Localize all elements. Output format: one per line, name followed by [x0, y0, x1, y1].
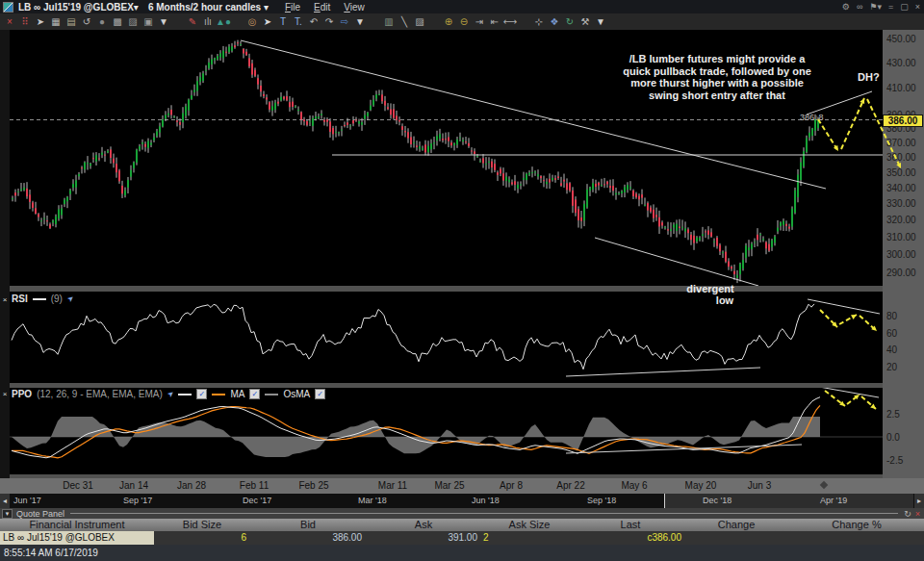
close-chart-icon[interactable]: ×: [2, 14, 17, 29]
candle-up: [552, 178, 553, 180]
quote-column-header[interactable]: Ask Size: [481, 519, 578, 531]
draw-pencil-icon[interactable]: ✎: [185, 14, 200, 29]
ma-checkbox[interactable]: ✓: [249, 389, 260, 399]
shapes-icon[interactable]: ▲●: [216, 14, 231, 29]
osma-checkbox[interactable]: ✓: [315, 389, 325, 399]
text-tool-icon[interactable]: T: [275, 14, 291, 29]
shift-right-icon[interactable]: ⇥: [472, 14, 487, 29]
quote-instrument[interactable]: LB ∞ Jul15'19 @GLOBEX: [0, 531, 154, 545]
link-icon[interactable]: ∞: [857, 2, 862, 12]
pointer-tool-icon[interactable]: ➤: [33, 14, 48, 29]
price-axis[interactable]: 450.00430.00410.00390.00380.00370.00360.…: [883, 30, 924, 478]
expand-icon[interactable]: ⟷: [502, 14, 518, 29]
ppo-collapse-icon[interactable]: ➤: [166, 389, 176, 399]
channel-tool-icon[interactable]: ▨: [412, 14, 427, 29]
minimize-icon[interactable]: =: [888, 2, 893, 12]
quote-column-header[interactable]: Financial Instrument: [0, 519, 154, 531]
quote-row[interactable]: LB ∞ Jul15'19 @GLOBEX 6 386.00 391.00 2 …: [0, 531, 924, 545]
date-axis[interactable]: Dec 31Jan 14Jan 28Feb 11Feb 25Mar 11Mar …: [0, 478, 924, 494]
low-label[interactable]: low: [662, 294, 787, 307]
candle-up: [12, 198, 13, 199]
tiles-icon[interactable]: ▣: [141, 14, 156, 29]
undo-icon[interactable]: ↶: [306, 14, 321, 29]
tools-icon[interactable]: ⚒: [578, 14, 593, 29]
window-controls: ⚙∞⚑▾=▢×: [842, 2, 924, 12]
candle-up: [40, 220, 42, 221]
date-label: Apr 22: [556, 480, 584, 491]
close-icon[interactable]: ×: [915, 2, 920, 12]
fib-tool-icon[interactable]: ▥: [381, 14, 397, 29]
quote-panel-collapse-icon[interactable]: ▼: [2, 509, 13, 519]
restore-icon[interactable]: ▢: [900, 2, 909, 12]
palette-icon[interactable]: ❖: [547, 14, 562, 29]
refresh-icon[interactable]: ↻: [562, 14, 578, 29]
target-icon[interactable]: ◎: [244, 14, 260, 29]
candle-up: [453, 143, 455, 145]
divergent-label[interactable]: divergent: [662, 283, 758, 295]
scroll-right-icon[interactable]: ▸: [914, 494, 924, 508]
chartbook-icon[interactable]: ▩: [110, 14, 125, 29]
quote-column-header[interactable]: Last: [578, 519, 683, 531]
close-rsi-icon[interactable]: ×: [1, 295, 9, 304]
circle-icon[interactable]: ●: [94, 14, 110, 29]
redo-icon[interactable]: ↷: [321, 14, 337, 29]
callout-icon[interactable]: ⇨: [337, 14, 352, 29]
candle-down: [424, 144, 426, 152]
close-quote-panel-icon[interactable]: ×: [915, 509, 920, 519]
candle-up: [64, 200, 65, 205]
scrollbar-year-label: Jun '17: [13, 496, 41, 505]
note-tool-icon[interactable]: T.: [291, 14, 306, 29]
quote-column-header[interactable]: Change: [683, 519, 789, 531]
candle-down: [445, 139, 447, 140]
ppo-chart-svg[interactable]: [0, 388, 924, 474]
candle-up: [66, 197, 68, 202]
layout-icon[interactable]: ▤: [64, 14, 79, 29]
scrollbar-thumb[interactable]: [664, 494, 913, 508]
refresh-quotes-icon[interactable]: ↻: [904, 509, 911, 519]
pin-icon[interactable]: ⚑▾: [869, 2, 882, 12]
candle-down: [580, 217, 582, 221]
quote-column-header[interactable]: Change %: [789, 519, 924, 531]
shift-left-icon[interactable]: ⇤: [487, 14, 502, 29]
candle-up: [462, 140, 464, 141]
trendline-tool-icon[interactable]: ╲: [397, 14, 412, 29]
select-grid-icon[interactable]: ⠿: [17, 14, 33, 29]
quote-column-header[interactable]: Bid Size: [154, 519, 250, 531]
quote-column-header[interactable]: Bid: [250, 519, 366, 531]
candle-up: [375, 94, 377, 98]
ppo-checkbox[interactable]: ✓: [196, 389, 207, 399]
date-label: Mar 11: [378, 480, 407, 491]
reload-icon[interactable]: ↺: [79, 14, 94, 29]
scroll-left-icon[interactable]: ◂: [0, 494, 10, 508]
grid-icon[interactable]: ▦: [48, 14, 64, 29]
trade-note[interactable]: /LB lumber futures might provide a quick…: [597, 53, 837, 101]
dropdown3-icon[interactable]: ▼: [593, 14, 608, 29]
settings-icon[interactable]: ⚙: [842, 2, 850, 12]
candle-down: [323, 120, 325, 122]
close-ppo-icon[interactable]: ×: [1, 390, 9, 398]
dropdown2-icon[interactable]: ▼: [352, 14, 368, 29]
symbol-dropdown[interactable]: LB ∞ Jul15'19 @GLOBEX▾: [18, 2, 139, 13]
candle-up: [754, 242, 756, 242]
candle-up: [338, 132, 340, 133]
dh-label[interactable]: DH?: [858, 71, 880, 84]
zoom-out-icon[interactable]: ⊖: [456, 14, 472, 29]
menu-view[interactable]: View: [344, 2, 365, 13]
time-scrollbar[interactable]: ◂ ▸ Jun '17Sep '17Dec '17Mar '18Jun '18S…: [0, 494, 924, 508]
candle-up: [523, 178, 525, 180]
cursor-icon[interactable]: ➤: [260, 14, 275, 29]
bars-icon[interactable]: ılı: [200, 14, 216, 29]
menu-edit[interactable]: Edit: [314, 2, 330, 13]
quote-column-header[interactable]: Ask: [366, 519, 481, 531]
menu-file[interactable]: File: [285, 2, 300, 13]
crosshair-plus-icon[interactable]: ⊹: [531, 14, 547, 29]
candle-down: [603, 184, 605, 185]
candle-up: [193, 89, 195, 91]
dropdown-icon[interactable]: ▼: [156, 14, 171, 29]
ppo-panel[interactable]: [0, 388, 924, 474]
period-dropdown[interactable]: 6 Months/2 hour candles ▾: [148, 2, 269, 13]
candle-down: [725, 252, 727, 262]
zoom-in-icon[interactable]: ⊕: [441, 14, 456, 29]
hatch-icon[interactable]: ▨: [125, 14, 141, 29]
candle-up: [808, 133, 810, 138]
